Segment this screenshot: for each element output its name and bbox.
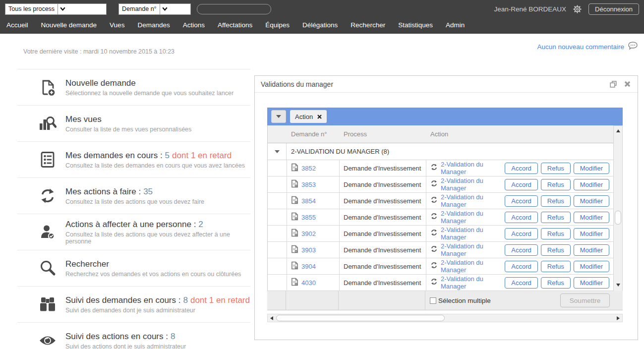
modifier-button[interactable]: Modifier — [574, 179, 609, 190]
multi-select-checkbox[interactable] — [430, 297, 436, 304]
action-link[interactable]: 2-Validation du Manager — [441, 177, 502, 192]
demande-link[interactable]: 3854 — [301, 197, 316, 205]
refus-button[interactable]: Refus — [541, 179, 571, 190]
accord-button[interactable]: Accord — [505, 228, 537, 239]
horizontal-scrollbar-thumb[interactable] — [276, 315, 445, 321]
action-link[interactable]: 2-Validation du Manager — [441, 259, 502, 274]
accord-button[interactable]: Accord — [505, 163, 537, 174]
action-link[interactable]: 2-Validation du Manager — [441, 242, 502, 257]
action-link[interactable]: 2-Validation du Manager — [441, 226, 502, 241]
nav-item-vues[interactable]: Vues — [103, 18, 131, 32]
refus-button[interactable]: Refus — [541, 244, 571, 256]
filter-chip-label: Action — [295, 113, 313, 120]
refus-button[interactable]: Refus — [541, 195, 571, 207]
chevron-down-icon — [58, 4, 67, 14]
scroll-down-icon[interactable] — [614, 281, 622, 289]
nav-item-admin[interactable]: Admin — [439, 18, 471, 32]
menu-item-subtitle: Sélectionnez la nouvelle demande que vou… — [65, 90, 234, 97]
remove-filter-icon[interactable] — [317, 115, 322, 119]
refus-button[interactable]: Refus — [541, 163, 571, 174]
action-link[interactable]: 2-Validation du Manager — [441, 193, 502, 208]
demande-link[interactable]: 4030 — [301, 279, 316, 287]
scroll-left-icon[interactable] — [268, 314, 276, 322]
header-process[interactable]: Process — [339, 130, 426, 138]
comments-link[interactable]: Aucun nouveau commentaire — [537, 41, 638, 53]
nav-item-demandes[interactable]: Demandes — [131, 18, 176, 32]
filter-chip-action[interactable]: Action — [290, 110, 327, 123]
menu-item[interactable]: Nouvelle demandeSélectionnez la nouvelle… — [17, 69, 250, 105]
accord-button[interactable]: Accord — [505, 195, 537, 207]
toolbar-dropdown-button[interactable] — [271, 110, 286, 123]
modifier-button[interactable]: Modifier — [574, 163, 609, 174]
refus-button[interactable]: Refus — [541, 212, 571, 223]
refus-button[interactable]: Refus — [541, 261, 571, 272]
count-badge: 8 — [171, 332, 175, 341]
nav-item-affectations[interactable]: Affectations — [211, 18, 259, 32]
menu-item[interactable]: Mes vuesConsulter la liste de mes vues p… — [17, 105, 250, 141]
process-name: Demande d'Investissement — [344, 263, 421, 270]
modifier-button[interactable]: Modifier — [574, 212, 609, 223]
search-input[interactable] — [197, 4, 271, 14]
nav-item-accueil[interactable]: Accueil — [0, 18, 35, 32]
demande-link[interactable]: 3853 — [301, 181, 316, 188]
menu-item[interactable]: Actions à affecter à une personne :2Cons… — [17, 214, 250, 250]
refus-button[interactable]: Refus — [541, 228, 571, 239]
horizontal-scrollbar[interactable] — [267, 314, 623, 322]
refus-button[interactable]: Refus — [541, 277, 571, 289]
menu-item[interactable]: Suivi des actions en cours :8Suivi des a… — [17, 322, 250, 349]
action-link[interactable]: 2-Validation du Manager — [441, 275, 502, 290]
accord-button[interactable]: Accord — [505, 179, 537, 190]
multi-select-label: Sélection multiple — [438, 297, 491, 304]
demande-link[interactable]: 3903 — [301, 246, 316, 254]
menu-item-subtitle: Consulter la liste de mes vues personnal… — [65, 126, 191, 133]
caret-down-icon — [276, 115, 281, 118]
nav-item-actions[interactable]: Actions — [176, 18, 211, 32]
scroll-right-icon[interactable] — [614, 314, 622, 322]
submit-button[interactable]: Soumettre — [560, 293, 610, 307]
popout-icon[interactable] — [610, 81, 617, 88]
demande-link[interactable]: 3855 — [301, 214, 316, 221]
menu-item[interactable]: Suivi des demandes en cours :8dont 1 en … — [17, 286, 250, 322]
header-action[interactable]: Action — [426, 130, 613, 138]
accord-button[interactable]: Accord — [505, 244, 537, 256]
close-icon[interactable] — [624, 81, 631, 87]
nav-item-statistiques[interactable]: Statistiques — [392, 18, 439, 32]
table-row: 3854Demande d'Investissement2-Validation… — [268, 193, 613, 209]
menu-item[interactable]: Mes actions à faire :35Consultez la list… — [17, 177, 250, 214]
menu-item[interactable]: RechercherRecherchez vos demandes et vos… — [17, 250, 250, 286]
modifier-button[interactable]: Modifier — [574, 244, 609, 256]
nav-item-d-l-gations[interactable]: Délégations — [296, 18, 344, 32]
process-select[interactable]: Tous les process — [5, 3, 107, 15]
vertical-scrollbar[interactable] — [613, 125, 623, 291]
nav-item-rechercher[interactable]: Rechercher — [344, 18, 392, 32]
gear-icon[interactable] — [573, 4, 582, 14]
header-demande[interactable]: Demande n° — [287, 130, 339, 138]
demande-link[interactable]: 3902 — [301, 230, 316, 237]
accord-button[interactable]: Accord — [505, 261, 537, 272]
group-row[interactable]: 2-VALIDATION DU MANAGER (8) — [268, 143, 613, 160]
nav-item--quipes[interactable]: Équipes — [259, 18, 296, 32]
binoculars-icon — [36, 296, 59, 312]
action-link[interactable]: 2-Validation du Manager — [441, 210, 502, 225]
modifier-button[interactable]: Modifier — [574, 195, 609, 207]
group-collapse-icon[interactable] — [268, 143, 287, 160]
modifier-button[interactable]: Modifier — [574, 228, 609, 239]
last-visit-text: Votre dernière visite : mardi 10 novembr… — [23, 48, 175, 55]
search-type-select[interactable]: Demande n° — [118, 3, 191, 15]
modifier-button[interactable]: Modifier — [574, 277, 609, 289]
logout-button[interactable]: Déconnexion — [588, 3, 639, 15]
action-link[interactable]: 2-Validation du Manager — [441, 161, 502, 175]
vertical-scrollbar-thumb[interactable] — [615, 211, 621, 225]
modifier-button[interactable]: Modifier — [574, 261, 609, 272]
menu-item[interactable]: Mes demandes en cours :5dont 1 en retard… — [17, 141, 250, 177]
demande-link[interactable]: 3852 — [301, 165, 316, 172]
nav-item-nouvelle-demande[interactable]: Nouvelle demande — [35, 18, 104, 32]
count-badge: 2 — [198, 220, 203, 229]
scroll-up-icon[interactable] — [614, 127, 622, 135]
person-check-icon — [36, 224, 59, 240]
demande-link[interactable]: 3904 — [301, 263, 316, 270]
panel-header: Validations du manager — [255, 76, 638, 93]
menu-item-subtitle: Consultez la liste des demandes en cours… — [65, 162, 245, 169]
accord-button[interactable]: Accord — [505, 277, 537, 289]
accord-button[interactable]: Accord — [505, 212, 537, 223]
